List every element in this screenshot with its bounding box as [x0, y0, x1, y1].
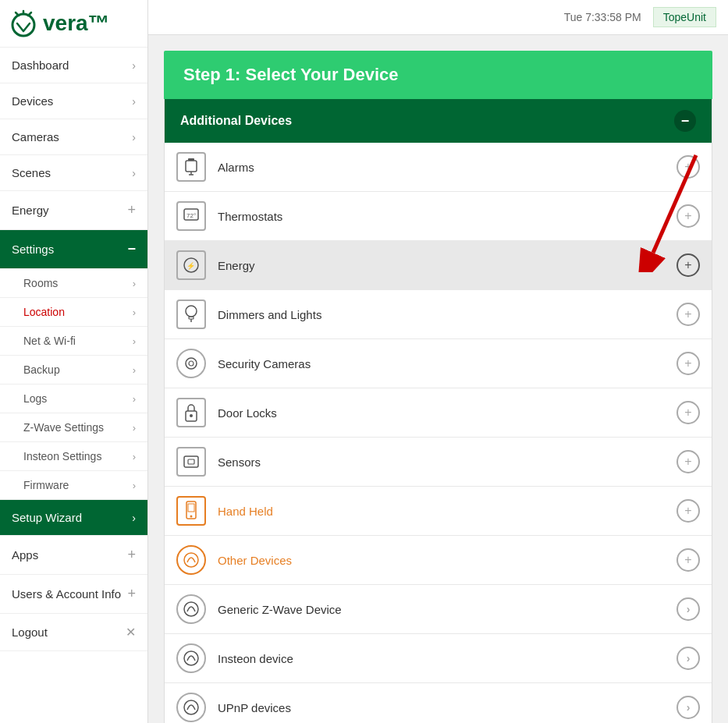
list-item-handheld[interactable]: Hand Held + — [165, 487, 712, 536]
device-name: Insteon device — [218, 652, 677, 665]
list-item-upnp[interactable]: UPnP devices › — [165, 683, 712, 723]
add-device-button[interactable]: + — [677, 499, 700, 523]
add-device-button[interactable]: + — [677, 352, 700, 375]
main-content: Tue 7:33:58 PM TopeUnit Step 1: Select Y… — [148, 0, 728, 723]
sidebar-sub-item-zwave[interactable]: Z-Wave Settings › — [0, 413, 147, 442]
chevron-right-icon: › — [133, 451, 136, 463]
add-device-button[interactable]: + — [677, 204, 700, 228]
chevron-right-icon: › — [132, 95, 136, 108]
list-item-cameras[interactable]: Security Cameras + — [165, 339, 712, 388]
sidebar-item-users[interactable]: Users & Account Info + — [0, 575, 147, 614]
svg-point-22 — [190, 516, 193, 518]
add-device-button[interactable]: + — [677, 253, 700, 277]
list-item-sensors[interactable]: Sensors + — [165, 438, 712, 487]
sidebar-item-label: Dashboard — [12, 58, 69, 72]
add-device-button[interactable]: + — [677, 155, 700, 179]
step-header: Step 1: Select Your Device — [164, 51, 712, 99]
navigate-device-button[interactable]: › — [677, 696, 700, 719]
doorlock-icon — [176, 398, 206, 427]
chevron-right-icon: › — [132, 167, 136, 179]
add-device-button[interactable]: + — [677, 401, 700, 424]
sensor-icon — [176, 447, 206, 477]
svg-rect-21 — [188, 504, 194, 512]
device-name: UPnP devices — [218, 701, 677, 714]
device-name: Hand Held — [218, 505, 677, 518]
settings-submenu: Rooms › Location › Net & Wi-fi › Backup … — [0, 269, 147, 500]
add-device-button[interactable]: + — [677, 303, 700, 326]
sidebar-sub-item-insteon[interactable]: Insteon Settings › — [0, 442, 147, 471]
list-item-zwave[interactable]: Generic Z-Wave Device › — [165, 585, 712, 634]
add-device-button[interactable]: + — [677, 548, 700, 572]
svg-rect-19 — [188, 459, 194, 464]
svg-rect-18 — [184, 456, 198, 467]
sidebar-item-cameras[interactable]: Cameras › — [0, 119, 147, 155]
chevron-right-icon: › — [132, 512, 136, 524]
sidebar-item-scenes[interactable]: Scenes › — [0, 155, 147, 191]
sidebar-logo: vera™ — [0, 0, 147, 48]
sidebar-item-label: Devices — [12, 94, 53, 108]
chevron-right-icon: › — [133, 307, 136, 318]
minus-icon: − — [127, 241, 136, 257]
sidebar-sub-label: Logs — [23, 392, 47, 405]
sidebar-sub-label: Firmware — [23, 479, 69, 491]
list-item-thermostats[interactable]: 72° Thermostats + — [165, 192, 712, 241]
sidebar-item-label: Setup Wizard — [12, 511, 82, 524]
plus-icon: + — [127, 547, 136, 563]
device-name: Other Devices — [218, 554, 677, 567]
sidebar-item-apps[interactable]: Apps + — [0, 536, 147, 575]
svg-rect-2 — [186, 161, 197, 172]
navigate-device-button[interactable]: › — [677, 597, 700, 621]
header-time: Tue 7:33:58 PM — [564, 11, 641, 23]
add-device-button[interactable]: + — [677, 450, 700, 473]
bulb-icon — [176, 299, 206, 329]
alarm-icon — [176, 152, 206, 182]
sidebar-item-label: Users & Account Info — [12, 587, 121, 601]
sidebar-item-setup-wizard[interactable]: Setup Wizard › — [0, 500, 147, 536]
navigate-device-button[interactable]: › — [677, 647, 700, 670]
plus-icon: + — [127, 202, 136, 218]
sidebar-sub-item-logs[interactable]: Logs › — [0, 385, 147, 413]
sidebar-item-label: Apps — [12, 548, 38, 562]
sidebar-sub-label: Z-Wave Settings — [23, 421, 104, 434]
chevron-right-icon: › — [133, 335, 136, 347]
sidebar-item-logout[interactable]: Logout ✕ — [0, 614, 147, 651]
sidebar-sub-label: Location — [23, 306, 65, 318]
device-name: Thermostats — [218, 210, 677, 223]
svg-point-11 — [186, 306, 197, 317]
panel-title: Additional Devices — [180, 114, 292, 128]
zwave-icon — [176, 594, 206, 624]
svg-rect-12 — [189, 317, 194, 319]
sidebar-item-dashboard[interactable]: Dashboard › — [0, 48, 147, 83]
list-item-other[interactable]: Other Devices + — [165, 536, 712, 585]
list-item-energy[interactable]: ⚡ Energy + — [165, 241, 712, 290]
sidebar-item-label: Scenes — [12, 166, 51, 179]
chevron-right-icon: › — [133, 422, 136, 434]
sidebar-item-settings[interactable]: Settings − — [0, 230, 147, 269]
list-item-dimmers[interactable]: Dimmers and Lights + — [165, 290, 712, 339]
list-item-insteon[interactable]: Insteon device › — [165, 634, 712, 683]
sidebar-item-devices[interactable]: Devices › — [0, 83, 147, 119]
device-list: Alarms + 72° Thermostats + ⚡ Energy — [165, 143, 712, 723]
device-name: Alarms — [218, 161, 677, 174]
svg-point-25 — [184, 651, 198, 665]
camera-icon — [176, 349, 206, 378]
device-panel: Additional Devices − Alarms + 72° — [164, 99, 712, 723]
svg-point-0 — [12, 14, 34, 36]
sidebar-sub-item-backup[interactable]: Backup › — [0, 356, 147, 385]
sidebar-sub-item-rooms[interactable]: Rooms › — [0, 269, 147, 298]
sidebar-sub-item-netwifi[interactable]: Net & Wi-fi › — [0, 327, 147, 356]
header-unit: TopeUnit — [653, 7, 716, 27]
panel-header: Additional Devices − — [165, 99, 712, 143]
svg-point-26 — [184, 700, 198, 714]
svg-point-17 — [190, 414, 193, 417]
header-bar: Tue 7:33:58 PM TopeUnit — [148, 0, 728, 35]
chevron-right-icon: › — [133, 278, 136, 289]
handheld-icon — [176, 496, 206, 526]
list-item-alarms[interactable]: Alarms + — [165, 143, 712, 192]
sidebar-sub-item-firmware[interactable]: Firmware › — [0, 471, 147, 500]
sidebar-item-energy[interactable]: Energy + — [0, 191, 147, 230]
list-item-doorlocks[interactable]: Door Locks + — [165, 388, 712, 438]
panel-collapse-button[interactable]: − — [674, 110, 696, 132]
sidebar-sub-item-location[interactable]: Location › — [0, 298, 147, 327]
svg-point-14 — [186, 358, 197, 369]
